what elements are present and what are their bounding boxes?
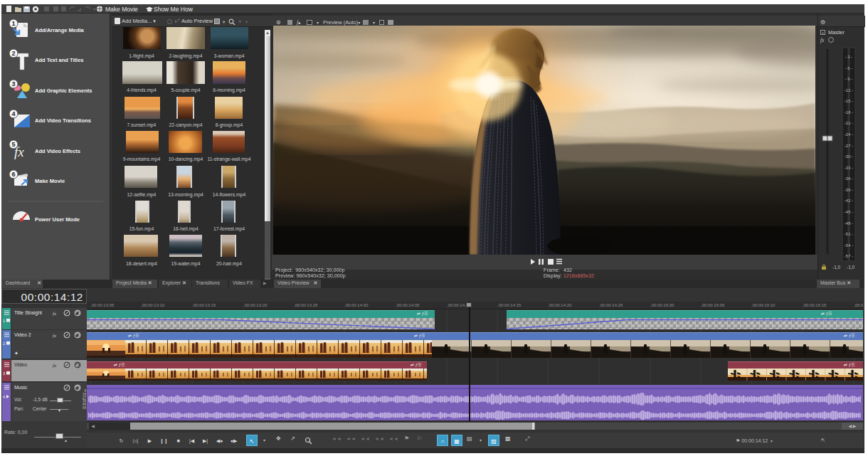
svg-text:-39 -: -39 - [845,188,853,192]
svg-text:-54 -: -54 - [845,243,853,248]
svg-text:1: 1 [11,20,15,27]
svg-text:-18 -: -18 - [845,110,853,115]
svg-text:- 9 -: - 9 - [845,77,853,81]
svg-text:-30 -: -30 - [845,154,853,159]
svg-text:4: 4 [11,110,15,117]
svg-text:-27 -: -27 - [845,144,853,148]
svg-text:-12 -: -12 - [845,88,853,92]
svg-text:3: 3 [11,80,15,88]
svg-text:-21 -: -21 - [845,121,853,125]
svg-text:-42 -: -42 - [845,198,853,203]
svg-text:6: 6 [11,171,15,178]
svg-text:-48 -: -48 - [845,221,853,226]
svg-text:- 6 -: - 6 - [845,66,853,70]
svg-text:-36 -: -36 - [845,176,853,181]
svg-text:2: 2 [11,50,15,57]
svg-text:-51 -: -51 - [845,232,853,236]
svg-text:-24 -: -24 - [845,132,853,137]
svg-text:- 3 -: - 3 - [845,55,853,59]
svg-text:-15 -: -15 - [845,99,853,103]
svg-text:-57 -: -57 - [845,254,853,258]
svg-text:-33 -: -33 - [845,166,853,170]
svg-text:-45 -: -45 - [845,210,853,214]
svg-text:5: 5 [11,141,15,148]
